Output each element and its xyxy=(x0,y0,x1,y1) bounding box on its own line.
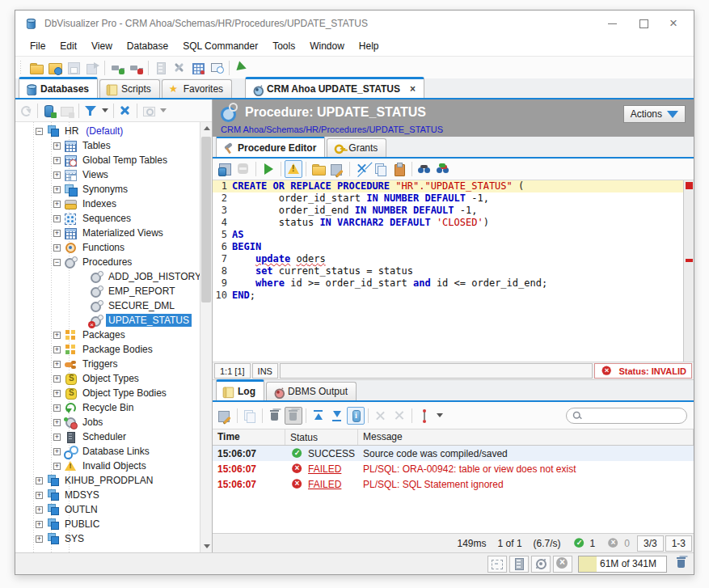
tree-item-label[interactable]: Scheduler xyxy=(80,430,129,443)
goto-button[interactable] xyxy=(233,59,251,77)
maximize-button[interactable] xyxy=(639,19,648,28)
tab-scripts[interactable]: Scripts xyxy=(99,79,160,98)
tree-item-update-status[interactable]: UPDATE_STATUS xyxy=(15,313,200,328)
manage-bookmarks-button[interactable] xyxy=(46,59,64,77)
tree-item-label[interactable]: SYS xyxy=(62,532,87,545)
expand-rows-button[interactable] xyxy=(372,407,390,425)
save-to-file-button[interactable] xyxy=(328,160,346,178)
menu-help[interactable]: Help xyxy=(352,38,386,54)
expand-expander-icon[interactable]: + xyxy=(36,492,43,499)
tree-item-database-links[interactable]: +Database Links xyxy=(15,444,200,459)
column-header-time[interactable]: Time xyxy=(213,429,285,445)
code-line-10[interactable]: 10END; xyxy=(213,290,683,302)
tree-item-views[interactable]: +Views xyxy=(15,167,200,182)
menu-view[interactable]: View xyxy=(85,38,119,54)
tree-item-materialized-views[interactable]: +Materialized Views xyxy=(15,226,200,240)
expand-expander-icon[interactable]: + xyxy=(36,477,43,484)
expand-expander-icon[interactable]: + xyxy=(53,215,61,222)
tree-item-label[interactable]: Database Links xyxy=(80,445,152,458)
tree-item-label[interactable]: Indexes xyxy=(80,197,119,210)
load-from-file-button[interactable] xyxy=(310,160,327,178)
log-search-input[interactable] xyxy=(585,409,699,422)
expand-expander-icon[interactable]: + xyxy=(53,157,61,164)
tree-item-label[interactable]: Object Type Bodies xyxy=(80,387,169,400)
tree-item-kihub-prodplan[interactable]: +KIHUB_PRODPLAN xyxy=(15,473,200,488)
tree-item-recycle-bin[interactable]: +Recycle Bin xyxy=(15,400,200,415)
filter-button[interactable] xyxy=(82,102,99,120)
log-clear-button[interactable] xyxy=(266,407,284,425)
tree-item-public[interactable]: +PUBLIC xyxy=(15,517,200,531)
filter-caret-icon[interactable] xyxy=(102,108,108,112)
expand-expander-icon[interactable]: + xyxy=(53,142,61,150)
tree-item-object-type-bodies[interactable]: +Object Type Bodies xyxy=(15,386,200,400)
tab-log[interactable]: Log xyxy=(216,379,264,400)
tree-item-label[interactable]: Materialized Views xyxy=(80,226,166,239)
tab-dbms-output[interactable]: DBMS Output xyxy=(266,382,357,400)
log-table-header[interactable]: Time Status Message xyxy=(213,429,694,446)
server-info-button[interactable] xyxy=(152,59,170,77)
tree-item-label[interactable]: Recycle Bin xyxy=(80,401,136,414)
tree-item-triggers[interactable]: +Triggers xyxy=(15,357,200,371)
scrollbar-thumb[interactable] xyxy=(201,137,211,302)
preview-caret-icon[interactable] xyxy=(160,108,167,112)
open-bookmark-button[interactable] xyxy=(27,59,45,77)
tree-item-scheduler[interactable]: +Scheduler xyxy=(15,429,200,444)
code-area[interactable]: 1CREATE OR REPLACE PROCEDURE "HR"."UPDAT… xyxy=(213,180,683,362)
scroll-up-icon[interactable] xyxy=(200,122,213,134)
expand-expander-icon[interactable]: + xyxy=(53,332,61,339)
add-folder-button[interactable] xyxy=(58,102,76,120)
expand-expander-icon[interactable]: + xyxy=(53,186,61,193)
code-line-9[interactable]: 9 where id >= order_id_start and id <= o… xyxy=(213,277,683,290)
tree-item-invalid-objects[interactable]: +Invalid Objects xyxy=(15,459,200,473)
expand-expander-icon[interactable]: + xyxy=(53,419,61,426)
tree-item-label[interactable]: SECURE_DML xyxy=(106,299,177,312)
tree-item-mdsys[interactable]: +MDSYS xyxy=(15,488,200,502)
tree-item-label[interactable]: Tables xyxy=(80,139,113,152)
tree-item-label[interactable]: ADD_JOB_HISTORY xyxy=(106,270,200,283)
expand-expander-icon[interactable]: + xyxy=(53,404,61,412)
find-replace-button[interactable] xyxy=(434,160,452,178)
log-copy-button[interactable] xyxy=(241,407,259,425)
code-line-8[interactable]: 8 set current_status = status xyxy=(213,265,683,277)
error-stripe-mark-icon[interactable] xyxy=(686,259,693,262)
tree-item-synonyms[interactable]: +Synonyms xyxy=(15,182,200,197)
tree-item-functions[interactable]: +Functions xyxy=(15,240,200,255)
tab-close-icon[interactable]: × xyxy=(410,83,416,95)
expand-expander-icon[interactable]: + xyxy=(53,390,61,397)
scroll-to-top-button[interactable] xyxy=(310,407,327,425)
tree-item-label[interactable]: KIHUB_PRODPLAN xyxy=(62,474,155,487)
code-line-6[interactable]: 6BEGIN xyxy=(213,241,683,253)
tool-properties-button[interactable] xyxy=(171,59,188,77)
tree-item-package-bodies[interactable]: +Package Bodies xyxy=(15,342,200,357)
row-markers-button[interactable] xyxy=(416,407,433,425)
tree-item-label[interactable]: Functions xyxy=(80,241,127,254)
tree-item-global-temp-tables[interactable]: +Global Temp Tables xyxy=(15,153,200,167)
menu-sql-commander[interactable]: SQL Commander xyxy=(176,38,264,54)
tree-item-label[interactable]: UPDATE_STATUS xyxy=(106,314,192,327)
tree-item-label[interactable]: EMP_REPORT xyxy=(106,285,177,298)
log-row[interactable]: 15:06:07FAILEDPL/SQL: SQL Statement igno… xyxy=(213,476,694,492)
error-stripe-overall-icon[interactable] xyxy=(686,182,693,189)
tree-item-label[interactable]: Procedures xyxy=(80,256,134,269)
tree-item-label[interactable]: OUTLN xyxy=(62,503,100,516)
minimize-button[interactable] xyxy=(608,19,618,28)
paste-button[interactable] xyxy=(390,160,408,178)
garbage-collect-button[interactable] xyxy=(674,556,689,573)
tree-item-object-types[interactable]: +Object Types xyxy=(15,371,200,386)
menu-tools[interactable]: Tools xyxy=(266,38,302,54)
log-export-button[interactable] xyxy=(216,407,234,425)
tree-item-outln[interactable]: +OUTLN xyxy=(15,502,200,517)
markers-caret-icon[interactable] xyxy=(437,413,443,417)
expand-expander-icon[interactable]: + xyxy=(53,361,61,368)
stop-tasks-button[interactable] xyxy=(553,556,572,573)
expand-expander-icon[interactable]: + xyxy=(53,230,61,237)
show-info-toggle[interactable] xyxy=(347,407,365,425)
tree-item-add-job-history[interactable]: ADD_JOB_HISTORY xyxy=(15,269,200,284)
copy-button[interactable] xyxy=(372,160,390,178)
expand-expander-icon[interactable]: + xyxy=(53,346,61,353)
save-button[interactable] xyxy=(65,59,82,77)
code-line-4[interactable]: 4 status IN VARCHAR2 DEFAULT 'CLOSED') xyxy=(213,217,683,229)
menu-window[interactable]: Window xyxy=(303,38,351,54)
tab-grants[interactable]: Grants xyxy=(327,138,386,157)
code-line-2[interactable]: 2 order_id_start IN NUMBER DEFAULT -1, xyxy=(213,192,683,205)
